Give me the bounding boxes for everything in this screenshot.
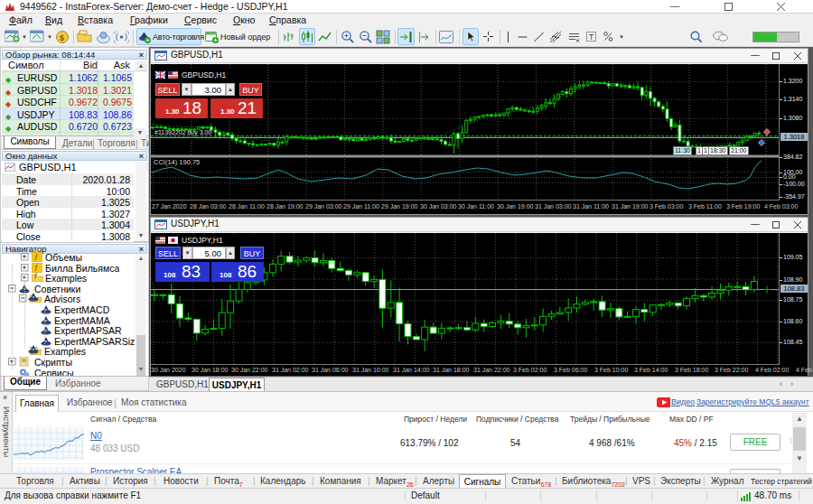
svg-text:$: $ — [60, 33, 64, 42]
svg-text:f: f — [34, 272, 38, 280]
svg-text:T: T — [589, 33, 593, 42]
